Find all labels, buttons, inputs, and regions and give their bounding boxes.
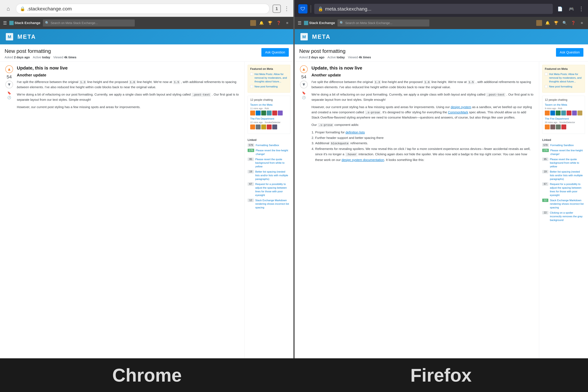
chrome-chat-room-name-1[interactable]: Tavern on the Meta — [250, 103, 288, 106]
firefox-featured-checkbox-2 — [545, 85, 548, 88]
firefox-commonmark-link[interactable]: CommonMark — [448, 110, 468, 114]
chrome-question-title: New post formatting — [4, 48, 76, 54]
chrome-linked-link-1[interactable]: Formatting Sandbox — [256, 144, 279, 147]
firefox-avatar-6 — [572, 110, 577, 116]
chrome-linked-link-5[interactable]: Request for a possibility to adjust the … — [255, 182, 290, 197]
chrome-achievements-icon[interactable]: 🏆 — [267, 20, 273, 26]
chrome-linked-2: 176 Please revert the line-height change… — [248, 149, 290, 156]
chrome-nav-hamburger[interactable]: ☰ — [3, 20, 7, 26]
chrome-menu-button[interactable]: ⋮ — [284, 6, 290, 12]
firefox-help-icon[interactable]: ❓ — [570, 20, 576, 26]
firefox-linked-link-7[interactable]: Clicking on a spoiler incorrectly remove… — [550, 211, 585, 222]
chrome-linked-link-3[interactable]: Please revert the quote background from … — [255, 158, 290, 168]
chrome-more-icon[interactable]: ≡ — [284, 20, 290, 26]
chrome-featured-link-2[interactable]: New post formatting — [254, 85, 278, 88]
firefox-search-top-icon[interactable]: 🔍 — [562, 20, 568, 26]
firefox-post-body: I've split the difference between the or… — [312, 79, 534, 162]
chrome-viewed-label: Viewed 4k times — [53, 56, 76, 59]
firefox-chat-meta-2: 20 mins ago · SmokeDetector — [545, 121, 582, 124]
firefox-linked-count-1: 579 — [542, 144, 549, 147]
firefox-menu-button[interactable]: ⋮ — [578, 6, 584, 12]
firefox-browser-chrome: 🛡 🔒 meta.stackexchang... 📄 🎮 ⋮ — [294, 0, 588, 17]
firefox-post-heading: Update, this is now live — [312, 66, 534, 70]
firefox-linked-link-4[interactable]: Better list spacing (nested lists and/or… — [550, 170, 585, 181]
firefox-two-col: ▲ 54 ▼ 🔖 🕐 Update, this is now live Anot… — [294, 62, 588, 358]
firefox-linked-link-1[interactable]: Formatting Sandbox — [550, 144, 574, 147]
chrome-help-icon[interactable]: ❓ — [276, 20, 282, 26]
firefox-avatar-11 — [561, 124, 566, 130]
firefox-nav-avatar[interactable] — [536, 20, 542, 26]
chrome-avatar-8 — [256, 124, 260, 130]
chrome-linked-link-4[interactable]: Better list spacing (nested lists and/or… — [255, 170, 290, 181]
chrome-post-content: Update, this is now live Another update … — [17, 66, 240, 112]
chrome-chat-room-2: The Fire Department 22 mins ago · SmokeD… — [250, 117, 288, 130]
firefox-vote-count: 54 — [301, 74, 306, 80]
chrome-ask-button[interactable]: Ask Question — [262, 48, 289, 57]
chrome-linked-count-5: 67 — [248, 182, 254, 186]
firefox-vote-row: ▲ 54 ▼ 🔖 🕐 Update, this is now live Anot… — [299, 66, 534, 162]
firefox-linked-count-5: 67 — [542, 182, 548, 186]
chrome-vote-up[interactable]: ▲ — [5, 66, 13, 73]
chrome-featured-link-1[interactable]: Hot Meta Posts: Allow for removal by mod… — [254, 72, 288, 83]
chrome-vote-down[interactable]: ▼ — [5, 81, 13, 88]
chrome-chat-avatars-2 — [250, 124, 288, 130]
firefox-bookmark-icon[interactable]: 🔖 — [302, 91, 306, 95]
firefox-nav-icons: 🔔 🏆 🔍 ❓ ≡ — [536, 20, 585, 26]
chrome-address-bar[interactable]: 🔒 .stackexchange.com — [16, 4, 270, 14]
firefox-ask-button[interactable]: Ask Question — [556, 48, 584, 57]
firefox-linked-4: 19 Better list spacing (nested lists and… — [542, 170, 585, 181]
chrome-linked-link-6[interactable]: Stack Exchange Markdown rendering shows … — [255, 198, 290, 210]
firefox-vote-down[interactable]: ▼ — [300, 81, 308, 88]
chrome-avatar-9 — [261, 124, 266, 130]
chrome-vote-controls: ▲ 54 ▼ 🔖 🕐 — [4, 66, 14, 112]
firefox-chat-room-name-2[interactable]: The Fire Department — [545, 117, 582, 120]
firefox-def-link[interactable]: definition lists — [346, 130, 365, 134]
chrome-nav-avatar[interactable] — [250, 20, 256, 26]
chrome-post-body: I've split the difference between the or… — [17, 79, 240, 110]
firefox-history-icon[interactable]: 🕐 — [302, 96, 306, 100]
firefox-featured-link-2[interactable]: New post formatting — [549, 85, 572, 88]
firefox-se-logo-text[interactable]: Stack Exchange — [309, 21, 335, 25]
chrome-chat-box: 12 people chatting Tavern on the Meta 11… — [248, 96, 290, 134]
chrome-history-icon[interactable]: 🕐 — [7, 96, 11, 100]
firefox-linked-count-7: 22 — [542, 211, 548, 214]
chrome-se-logo-text[interactable]: Stack Exchange — [14, 21, 40, 25]
firefox-extension-btn[interactable]: 🎮 — [567, 5, 576, 13]
firefox-vote-up[interactable]: ▲ — [300, 66, 308, 73]
firefox-design-doc-link[interactable]: design system documentation — [342, 158, 384, 162]
firefox-featured-link-1[interactable]: Hot Meta Posts: Allow for removal by mod… — [549, 72, 582, 83]
chrome-code2: 1.6 — [129, 80, 136, 84]
chrome-post-area: ▲ 54 ▼ 🔖 🕐 Update, this is now live Anot… — [0, 62, 244, 358]
firefox-code2: 1.6 — [424, 80, 430, 84]
firefox-achievements-icon[interactable]: 🏆 — [553, 20, 559, 26]
firefox-linked-link-5[interactable]: Request for a possibility to adjust the … — [550, 182, 585, 197]
chrome-home-button[interactable]: ⌂ — [4, 4, 13, 13]
firefox-linked-link-2[interactable]: Please revert the line-height change! — [550, 149, 585, 156]
firefox-more-icon[interactable]: ≡ — [579, 20, 585, 26]
chrome-code4: .post-text — [192, 93, 211, 97]
chrome-tab-count[interactable]: 1 — [272, 4, 281, 13]
firefox-avatar-7 — [578, 110, 582, 116]
firefox-linked-link-6[interactable]: Stack Exchange Markdown rendering shows … — [550, 198, 585, 210]
firefox-address-bar[interactable]: 🔒 meta.stackexchang... — [314, 4, 553, 14]
firefox-inbox-icon[interactable]: 🔔 — [544, 20, 551, 26]
chrome-linked-title: Linked — [248, 138, 290, 142]
firefox-nav-hamburger[interactable]: ☰ — [298, 20, 302, 26]
firefox-question-meta: Asked 2 days ago Active today Viewed 4k … — [299, 56, 371, 59]
chrome-lock-icon: 🔒 — [20, 6, 25, 11]
chrome-inbox-icon[interactable]: 🔔 — [258, 20, 264, 26]
firefox-chat-room-2: The Fire Department 20 mins ago · SmokeD… — [545, 117, 582, 130]
firefox-reader-btn[interactable]: 📄 — [556, 5, 564, 13]
firefox-linked-count-2: 176 — [542, 149, 549, 152]
firefox-linked-count-3: 95 — [542, 158, 548, 161]
chrome-chat-room-name-2[interactable]: The Fire Department — [250, 117, 288, 120]
firefox-linked-link-3[interactable]: Please revert the quote background from … — [550, 158, 585, 168]
firefox-chat-room-name-1[interactable]: Tavern on the Meta — [545, 103, 582, 106]
firefox-search-bar[interactable]: 🔍 Search on Meta Stack Exchange... — [338, 20, 429, 26]
chrome-linked-link-2[interactable]: Please revert the line-height change! — [256, 149, 290, 156]
chrome-bookmark-icon[interactable]: 🔖 — [7, 91, 11, 95]
chrome-search-bar[interactable]: 🔍 Search on Meta Stack Exchange... — [43, 20, 135, 26]
chrome-se-logo: Stack Exchange — [9, 21, 40, 25]
chrome-question-header: New post formatting Asked 2 days ago Act… — [0, 44, 294, 62]
firefox-design-link[interactable]: design system — [451, 105, 471, 109]
